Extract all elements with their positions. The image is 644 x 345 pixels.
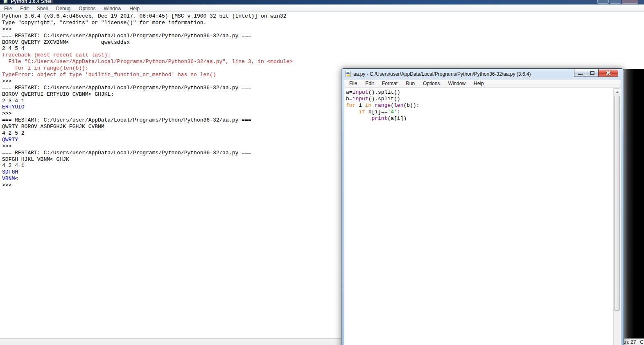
- close-button[interactable]: [599, 69, 618, 77]
- minimize-icon: [578, 74, 583, 75]
- menu-item-file[interactable]: File: [345, 79, 361, 88]
- menu-item-debug[interactable]: Debug: [52, 5, 75, 12]
- code-line: for i in range(len(b)):: [346, 102, 419, 109]
- menu-item-shell[interactable]: Shell: [33, 5, 52, 12]
- menu-item-options[interactable]: Options: [419, 79, 444, 88]
- menu-item-edit[interactable]: Edit: [361, 79, 378, 88]
- editor-window: aa.py - C:/Users/user/AppData/Local/Prog…: [341, 68, 624, 345]
- shell-line: === RESTART: C:/Users/user/AppData/Local…: [2, 85, 293, 91]
- minimize-button[interactable]: [574, 69, 586, 77]
- shell-line: File "C:/Users/user/AppData/Local/Progra…: [2, 59, 293, 65]
- shell-line: Type "copyright", "credits" or "license(…: [2, 20, 293, 26]
- status-column-fragment: C: [640, 339, 644, 345]
- code-line: a=input().split(): [346, 89, 419, 96]
- shell-line: >>>: [2, 182, 293, 189]
- menu-item-run[interactable]: Run: [402, 79, 419, 88]
- shell-line: Python 3.6.4 (v3.6.4:d48eceb, Dec 19 201…: [2, 13, 293, 20]
- shell-line: 2 3 4 1: [2, 98, 293, 104]
- scroll-up-button[interactable]: [614, 88, 620, 95]
- desktop: Python 3.6.4 Shell FileEditShellDebugOpt…: [0, 0, 644, 345]
- shell-line: 4 2 4 1: [2, 162, 293, 169]
- editor-caption-buttons: [574, 69, 618, 77]
- code-line: print(a[i]): [346, 115, 419, 122]
- shell-line: SDFGH: [2, 169, 293, 176]
- editor-window-shadow: [622, 69, 644, 338]
- shell-line: BOROV QWERTUI ERTYUIO CVBNM< GHJKL:: [2, 91, 293, 98]
- editor-text-area[interactable]: a=input().split()b=input().split()for i …: [344, 88, 621, 345]
- shell-line: === RESTART: C:/Users/user/AppData/Local…: [2, 33, 293, 39]
- maximize-button[interactable]: [586, 69, 599, 77]
- shell-line: VBNM<: [2, 176, 293, 182]
- shell-line: >>>: [2, 143, 293, 150]
- code-editor-content: a=input().split()b=input().split()for i …: [346, 89, 419, 122]
- editor-menu-bar: FileEditFormatRunOptionsWindowHelp: [344, 79, 621, 88]
- minimize-button[interactable]: [597, 0, 609, 4]
- editor-window-title: aa.py - C:/Users/user/AppData/Local/Prog…: [353, 71, 531, 77]
- shell-line: for i in range(len(b)):: [2, 65, 293, 72]
- editor-scrollbar[interactable]: [613, 88, 620, 345]
- maximize-button[interactable]: [610, 0, 621, 4]
- code-line: if b[i]=='4':: [346, 109, 419, 115]
- shell-caption-buttons: [597, 0, 638, 4]
- editor-client-area: FileEditFormatRunOptionsWindowHelp a=inp…: [344, 79, 621, 345]
- shell-line: 4 2 5 2: [2, 130, 293, 137]
- shell-line: Traceback (most recent call last):: [2, 52, 293, 59]
- shell-line: QWRTY BOROV ASDFGHJK FGHJK CVBNM: [2, 124, 293, 130]
- shell-title-bar[interactable]: Python 3.6.4 Shell: [0, 0, 644, 5]
- maximize-icon: [590, 71, 594, 75]
- close-icon: [606, 70, 611, 76]
- shell-window-title: Python 3.6.4 Shell: [11, 0, 53, 4]
- menu-item-format[interactable]: Format: [378, 79, 402, 88]
- shell-line: 2 4 5 4: [2, 45, 293, 52]
- menu-item-edit[interactable]: Edit: [16, 5, 33, 12]
- shell-line: >>>: [2, 78, 293, 85]
- shell-line: QWRTY: [2, 137, 293, 143]
- status-line-number: Ln: 27: [622, 339, 636, 345]
- menu-item-help[interactable]: Help: [125, 5, 144, 12]
- shell-line: === RESTART: C:/Users/user/AppData/Local…: [2, 150, 293, 156]
- menu-item-window[interactable]: Window: [99, 5, 125, 12]
- close-button[interactable]: [622, 0, 638, 4]
- shell-line: TypeError: object of type 'builtin_funct…: [2, 72, 293, 78]
- menu-item-options[interactable]: Options: [75, 5, 99, 12]
- menu-item-file[interactable]: File: [0, 5, 16, 12]
- arrow-up-icon: [616, 91, 619, 93]
- menu-item-help[interactable]: Help: [470, 79, 488, 88]
- shell-line: >>>: [2, 26, 293, 33]
- shell-line: SDFGH HJKL VBNM< GHJK: [2, 156, 293, 163]
- shell-output[interactable]: Python 3.6.4 (v3.6.4:d48eceb, Dec 19 201…: [2, 13, 293, 189]
- shell-line: >>>: [2, 110, 293, 117]
- menu-item-window[interactable]: Window: [444, 79, 470, 88]
- idle-file-icon: [345, 71, 351, 77]
- shell-line: === RESTART: C:/Users/user/AppData/Local…: [2, 117, 293, 124]
- code-line: b=input().split(): [346, 96, 419, 102]
- shell-line: BOROV QWERTY ZXCVBNM< qwetsddsx: [2, 39, 293, 46]
- shell-menu-bar: FileEditShellDebugOptionsWindowHelp: [0, 5, 644, 12]
- shell-line: ERTYUIO: [2, 104, 293, 110]
- idle-shell-icon: [3, 0, 8, 4]
- scrollbar-thumb[interactable]: [614, 96, 620, 311]
